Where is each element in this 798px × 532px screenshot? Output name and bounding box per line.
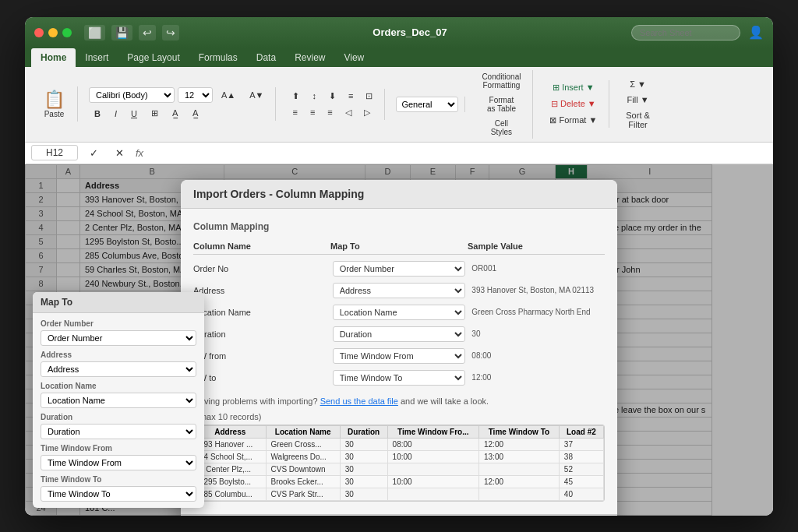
tab-page-layout[interactable]: Page Layout <box>118 48 189 67</box>
paste-button[interactable]: 📋 Paste <box>37 86 71 122</box>
font-select[interactable]: Calibri (Body) <box>89 87 175 103</box>
bold-button[interactable]: B <box>89 107 106 121</box>
preview-col-header: Address <box>195 425 267 438</box>
insert-button[interactable]: ⊞ Insert ▼ <box>544 80 602 95</box>
location-name-select[interactable]: Location Name <box>41 393 196 408</box>
indent-increase[interactable]: ▷ <box>358 105 376 120</box>
align-bottom[interactable]: ⬇ <box>323 89 341 104</box>
autosum-button[interactable]: Σ ▼ <box>620 77 655 91</box>
preview-col-header: Time Window To <box>479 425 560 438</box>
tab-view[interactable]: View <box>334 48 373 67</box>
mapping-mapto-header: Map To <box>330 241 468 251</box>
search-input[interactable] <box>631 25 740 41</box>
mapping-column-name: Location Name <box>193 308 327 317</box>
preview-table-wrap[interactable]: AddressLocation NameDurationTime Window … <box>193 425 605 502</box>
wrap-text[interactable]: ≡ <box>343 89 358 104</box>
indent-decrease[interactable]: ◁ <box>340 105 357 120</box>
tab-home[interactable]: Home <box>31 48 76 67</box>
preview-cell: 30 <box>340 463 387 475</box>
preview-cell: 12:00 <box>479 438 560 450</box>
save-icon[interactable]: 💾 <box>111 25 132 41</box>
align-right[interactable]: ≡ <box>322 105 337 120</box>
font-size-increase[interactable]: A▲ <box>216 88 241 102</box>
mapping-select[interactable]: Duration <box>333 326 466 342</box>
order-number-select[interactable]: Order Number <box>41 330 196 346</box>
map-to-modal: Map To Order Number Order Number Address… <box>33 292 204 508</box>
delete-button[interactable]: ⊟ Delete ▼ <box>544 97 602 111</box>
preview-cell: 12:00 <box>479 475 560 488</box>
excel-window: ⬜ 💾 ↩ ↪ Orders_Dec_07 👤 Home Insert Page… <box>25 17 773 516</box>
font-size-decrease[interactable]: A▼ <box>244 88 269 102</box>
preview-cell: 30 <box>340 450 387 463</box>
window-icon-1[interactable]: ⬜ <box>84 25 105 41</box>
address-label: Address <box>41 351 196 359</box>
preview-cell: 52 <box>559 463 603 475</box>
tab-formulas[interactable]: Formulas <box>189 48 247 67</box>
window-title: Orders_Dec_07 <box>189 26 631 38</box>
preview-col-header: Duration <box>340 425 387 438</box>
mapping-select[interactable]: Order Number <box>333 261 466 277</box>
preview-cell: 1295 Boylsto... <box>195 475 267 488</box>
font-size-select[interactable]: 12 <box>178 87 213 103</box>
mapping-select[interactable]: Location Name <box>333 305 466 320</box>
mapping-select[interactable]: Time Window From <box>333 348 466 364</box>
redo-icon[interactable]: ↪ <box>162 25 179 41</box>
paste-icon: 📋 <box>44 90 65 110</box>
import-modal-body: Column Mapping Column Name Map To Sample… <box>181 209 617 514</box>
minimize-button[interactable] <box>48 28 58 37</box>
merge-center[interactable]: ⊡ <box>360 89 378 104</box>
duration-select[interactable]: Duration <box>41 424 196 439</box>
close-button[interactable] <box>34 28 44 37</box>
fill-color-button[interactable]: A̲ <box>167 106 184 121</box>
import-help: Having problems with importing? Send us … <box>193 396 605 406</box>
format-as-table[interactable]: Formatas Table <box>482 93 521 115</box>
tab-data[interactable]: Data <box>247 48 285 67</box>
tw-to-row: Time Window To Time Window To <box>41 475 196 502</box>
align-center[interactable]: ≡ <box>305 105 320 120</box>
preview-cell: 30 <box>340 475 387 488</box>
map-to-title: Map To <box>33 292 204 313</box>
cell-reference[interactable] <box>31 145 78 160</box>
align-middle[interactable]: ↕ <box>306 89 322 104</box>
tw-from-select[interactable]: Time Window From <box>41 455 196 470</box>
user-icon[interactable]: 👤 <box>748 25 764 40</box>
tab-review[interactable]: Review <box>285 48 334 67</box>
border-button[interactable]: ⊞ <box>146 106 164 121</box>
font-color-button[interactable]: A̲ <box>187 106 204 121</box>
mapping-column-name: TW to <box>193 373 327 382</box>
tw-from-row: Time Window From Time Window From <box>41 444 196 470</box>
preview-body: 393 Hanover ...Green Cross...3008:0012:0… <box>195 438 604 500</box>
formula-input[interactable] <box>150 147 767 158</box>
tw-from-label: Time Window From <box>41 444 196 453</box>
align-top[interactable]: ⬆ <box>287 89 305 104</box>
mapping-select[interactable]: Time Window To <box>333 370 466 386</box>
tw-to-select[interactable]: Time Window To <box>41 486 196 502</box>
preview-cell: 38 <box>559 450 603 463</box>
check-icon[interactable]: ✓ <box>84 145 104 161</box>
preview-cell: 2 Center Plz,... <box>195 463 267 475</box>
format-button[interactable]: ⊠ Format ▼ <box>544 113 602 128</box>
help-link[interactable]: Send us the data file <box>320 396 398 406</box>
mapping-row: Order NoOrder NumberOR001 <box>193 258 605 280</box>
mapping-select[interactable]: Address <box>333 283 466 298</box>
order-number-row: Order Number Order Number <box>41 319 196 346</box>
map-to-body: Order Number Order Number Address Addres… <box>33 313 204 508</box>
number-format-select[interactable]: General <box>396 97 458 112</box>
tab-insert[interactable]: Insert <box>76 48 118 67</box>
maximize-button[interactable] <box>62 28 72 37</box>
undo-icon[interactable]: ↩ <box>139 25 156 41</box>
preview-cell: Green Cross... <box>266 438 340 450</box>
fx-label: fx <box>136 147 143 159</box>
sort-filter-button[interactable]: Sort &Filter <box>620 108 655 132</box>
align-left[interactable]: ≡ <box>287 105 302 120</box>
preview-cell: 285 Columbu... <box>195 488 267 500</box>
underline-button[interactable]: U <box>125 107 143 121</box>
fill-button[interactable]: Fill ▼ <box>620 93 655 107</box>
mapping-sample-value: 393 Hanover St, Boston, MA 02113 <box>471 286 605 294</box>
italic-button[interactable]: I <box>109 107 122 121</box>
conditional-formatting[interactable]: ConditionalFormatting <box>476 70 526 92</box>
cell-styles[interactable]: CellStyles <box>486 117 517 139</box>
address-select[interactable]: Address <box>41 361 196 377</box>
cancel-formula-icon[interactable]: ✕ <box>110 145 129 161</box>
preview-row: 1295 Boylsto...Brooks Ecker...3010:0012:… <box>195 475 604 488</box>
